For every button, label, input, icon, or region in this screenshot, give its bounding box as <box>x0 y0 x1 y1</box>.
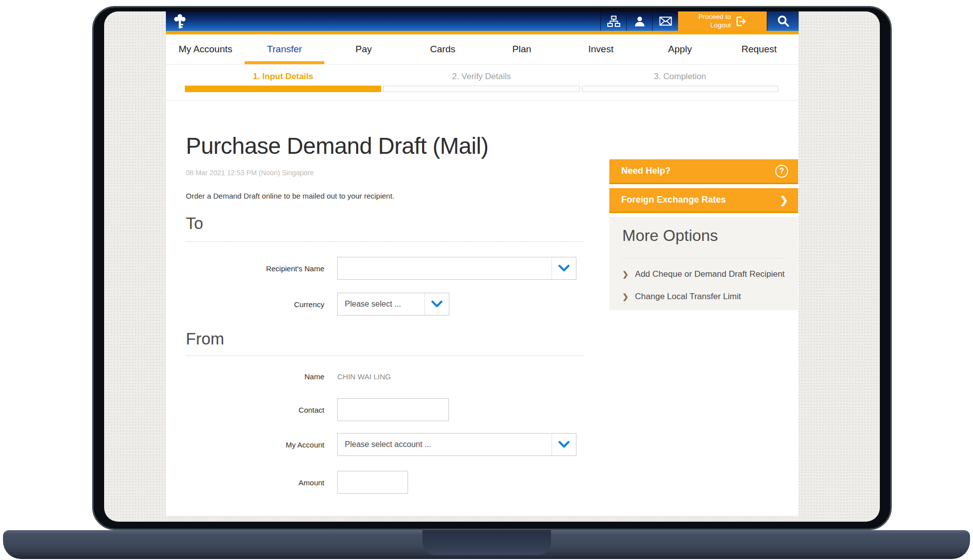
main-navigation: My Accounts Transfer Pay Cards Plan Inve… <box>166 34 799 65</box>
chevron-right-icon: ❯ <box>780 194 788 206</box>
laptop-base <box>3 530 970 559</box>
fx-rates-label: Foreign Exchange Rates <box>621 195 726 205</box>
chevron-down-icon[interactable] <box>552 434 576 455</box>
change-limit-link[interactable]: ❯ Change Local Transfer Limit <box>622 291 785 302</box>
fx-rates-button[interactable]: Foreign Exchange Rates ❯ <box>609 188 798 213</box>
search-icon <box>777 15 790 28</box>
need-help-button[interactable]: Need Help? ? <box>609 159 798 184</box>
amount-row: Amount <box>186 471 583 494</box>
main-area: Purchase Demand Draft (Mail) 08 Mar 2021… <box>166 132 799 494</box>
currency-row: Currency Please select ... <box>186 293 583 316</box>
mail-icon[interactable] <box>652 11 678 31</box>
top-banner: Proceed to Logout <box>166 11 799 31</box>
name-value: CHIN WAI LING <box>337 372 391 381</box>
recipient-row: Recipient's Name <box>186 257 583 280</box>
name-row: Name CHIN WAI LING <box>186 371 583 382</box>
user-icon[interactable] <box>626 11 652 31</box>
need-help-label: Need Help? <box>621 166 671 176</box>
step-completion: 3. Completion <box>582 72 778 100</box>
step-verify-details: 2. Verify Details <box>383 72 579 100</box>
nav-pay[interactable]: Pay <box>324 34 404 64</box>
nav-plan[interactable]: Plan <box>482 34 561 64</box>
sidebar: Need Help? ? Foreign Exchange Rates ❯ Mo… <box>609 159 798 310</box>
topbar-actions: Proceed to Logout <box>600 11 799 31</box>
page-description: Order a Demand Draft online to be mailed… <box>186 192 583 200</box>
bank-logo[interactable] <box>166 11 186 31</box>
chevron-down-icon[interactable] <box>424 293 449 315</box>
step-bar-1 <box>185 86 381 92</box>
nav-request[interactable]: Request <box>719 34 799 64</box>
contact-input[interactable] <box>337 398 449 421</box>
gold-accent-strip <box>166 31 799 34</box>
logout-label: Proceed to Logout <box>698 13 731 29</box>
step-bar-3 <box>582 86 778 92</box>
laptop-screen-bezel: Proceed to Logout <box>92 6 892 530</box>
chevron-down-icon[interactable] <box>552 257 576 279</box>
sitemap-icon[interactable] <box>600 11 626 31</box>
nav-transfer[interactable]: Transfer <box>245 34 324 64</box>
account-label: My Account <box>186 441 324 449</box>
amount-label: Amount <box>186 478 324 487</box>
more-options-title: More Options <box>622 226 785 245</box>
currency-value: Please select ... <box>338 293 424 315</box>
section-divider <box>186 355 583 356</box>
nav-my-accounts[interactable]: My Accounts <box>166 34 245 64</box>
recipient-label: Recipient's Name <box>186 264 324 273</box>
laptop-notch <box>422 530 551 555</box>
currency-select[interactable]: Please select ... <box>337 293 449 316</box>
add-recipient-link[interactable]: ❯ Add Cheque or Demand Draft Recipient <box>622 268 785 280</box>
amount-input[interactable] <box>337 471 408 494</box>
from-section-heading: From <box>186 329 583 349</box>
step-bar-2 <box>383 86 579 92</box>
progress-steps: 1. Input Details 2. Verify Details 3. Co… <box>166 65 799 101</box>
nav-invest[interactable]: Invest <box>561 34 641 64</box>
page-timestamp: 08 Mar 2021 12:53 PM (Noon) Singapore <box>186 169 583 177</box>
contact-label: Contact <box>186 406 324 414</box>
account-select[interactable]: Please select account ... <box>337 433 576 456</box>
nav-apply[interactable]: Apply <box>641 34 720 64</box>
page-title: Purchase Demand Draft (Mail) <box>186 132 583 160</box>
help-icon: ? <box>775 165 788 178</box>
logout-button[interactable]: Proceed to Logout <box>678 11 767 31</box>
step-input-details: 1. Input Details <box>185 72 381 100</box>
nav-cards[interactable]: Cards <box>403 34 482 64</box>
key-icon <box>173 13 186 29</box>
desktop-background: Proceed to Logout <box>104 11 880 522</box>
section-divider <box>186 241 583 242</box>
recipient-select[interactable] <box>337 257 576 280</box>
to-section-heading: To <box>186 214 583 233</box>
account-value: Please select account ... <box>338 434 552 455</box>
currency-label: Currency <box>186 300 324 309</box>
recipient-value <box>338 257 552 279</box>
more-options-panel: More Options ❯ Add Cheque or Demand Draf… <box>609 217 798 310</box>
search-button[interactable] <box>767 11 799 31</box>
name-label: Name <box>186 372 324 381</box>
form-content: Purchase Demand Draft (Mail) 08 Mar 2021… <box>166 132 583 494</box>
contact-row: Contact <box>186 398 583 421</box>
chevron-right-icon: ❯ <box>622 268 629 280</box>
logout-icon <box>735 16 746 27</box>
account-row: My Account Please select account ... <box>186 433 583 456</box>
more-options-divider <box>622 258 785 258</box>
browser-viewport: Proceed to Logout <box>166 11 799 516</box>
chevron-right-icon: ❯ <box>622 291 629 302</box>
